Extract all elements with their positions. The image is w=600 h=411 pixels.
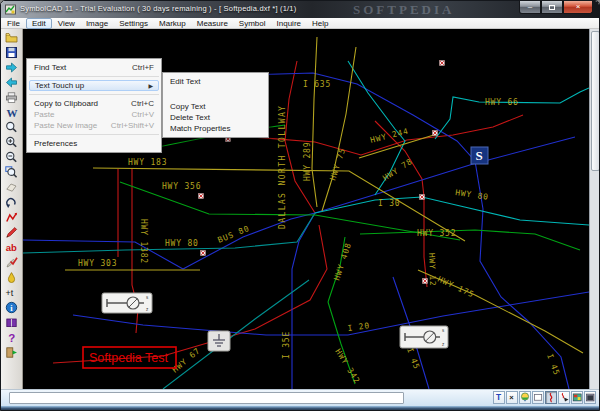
exit-door-button[interactable] <box>3 345 21 360</box>
submenu-spacer <box>163 87 268 101</box>
freehand-select-button[interactable] <box>558 391 570 404</box>
menu-shortcut: Ctrl+C <box>131 99 154 108</box>
zoom-in-button[interactable] <box>3 135 21 150</box>
zoom-button[interactable] <box>3 120 21 135</box>
menu-item-copy-to-clipboard[interactable]: Copy to ClipboardCtrl+C <box>27 98 161 109</box>
menu-item-text-touch-up[interactable]: Text Touch up▶ <box>29 80 159 91</box>
word-export-button[interactable]: W <box>3 105 21 120</box>
title-bar[interactable]: SymbolCAD 11 - Trial Evaluation ( 30 day… <box>1 1 599 18</box>
scrollbar-thumb[interactable] <box>591 31 600 171</box>
print-button[interactable] <box>3 90 21 105</box>
spellcheck-button[interactable] <box>3 255 21 270</box>
menu-settings[interactable]: Settings <box>114 18 153 29</box>
map-label-hwy-183[interactable]: HWY 183 <box>128 158 167 167</box>
window-bottom-frame <box>1 406 600 411</box>
status-input[interactable] <box>9 392 404 404</box>
balloon-button-icon <box>520 391 530 404</box>
text-annotation-button[interactable]: T <box>493 391 505 404</box>
map-label-hwy-303[interactable]: HWY 303 <box>78 259 117 268</box>
map-label-i-35e[interactable]: I 35E <box>282 331 291 359</box>
app-icon <box>5 4 16 15</box>
menu-symbol[interactable]: Symbol <box>234 18 271 29</box>
map-label-i-30[interactable]: I 30 <box>378 199 400 208</box>
delete-annotation-button[interactable]: × <box>506 391 518 404</box>
page-next-icon <box>5 61 18 74</box>
map-label-i-635[interactable]: I 635 <box>303 80 331 89</box>
submenu-arrow-icon: ▶ <box>148 82 153 89</box>
manual-book-icon <box>5 316 18 329</box>
info-button[interactable]: i <box>3 300 21 315</box>
menu-item-paste: PasteCtrl+V <box>27 109 161 120</box>
map-label-hwy-352[interactable]: HWY 352 <box>417 229 456 238</box>
manual-book-button[interactable] <box>3 315 21 330</box>
menu-image[interactable]: Image <box>81 18 113 29</box>
submenu-item-match-properties[interactable]: Match Properties <box>163 123 268 134</box>
redline-route-button[interactable] <box>3 210 21 225</box>
menu-item-preferences[interactable]: Preferences <box>27 138 161 149</box>
vertical-scrollbar[interactable] <box>589 29 600 389</box>
eraser-button[interactable] <box>3 180 21 195</box>
menu-inquire[interactable]: Inquire <box>272 18 306 29</box>
freehand-button[interactable] <box>545 391 557 404</box>
status-toolbar: T× <box>493 391 596 404</box>
left-toolbar: Wab+ti? <box>1 29 23 389</box>
open-folder-icon <box>5 31 18 44</box>
frame-button[interactable] <box>532 391 544 404</box>
menu-item-label: Paste <box>34 110 54 119</box>
map-label-hwy-1382[interactable]: HWY 1382 <box>139 219 148 264</box>
submenu-item-edit-text[interactable]: Edit Text <box>163 76 268 87</box>
map-label-hwy-80[interactable]: HWY 80 <box>165 239 199 248</box>
zoom-out-icon <box>5 151 18 164</box>
maximize-button[interactable] <box>541 1 563 14</box>
menu-markup[interactable]: Markup <box>154 18 191 29</box>
map-label-hwy-356[interactable]: HWY 356 <box>162 182 201 191</box>
menu-edit[interactable]: Edit <box>26 18 52 29</box>
menu-item-label: Preferences <box>34 139 77 148</box>
zoom-window-button[interactable] <box>3 165 21 180</box>
menu-view[interactable]: View <box>53 18 80 29</box>
minimize-button[interactable]: – <box>519 1 541 14</box>
freehand-select-button-icon <box>559 391 569 404</box>
text-size-button[interactable]: +t <box>3 285 21 300</box>
app-window: SymbolCAD 11 - Trial Evaluation ( 30 day… <box>0 0 600 411</box>
map-label-dallas-north-tollway[interactable]: DALLAS NORTH TOLLWAY <box>278 105 287 229</box>
zoom-window-icon <box>5 166 18 179</box>
menu-file[interactable]: File <box>2 18 25 29</box>
close-button[interactable]: × <box>563 1 593 14</box>
redline-pencil-button[interactable] <box>3 225 21 240</box>
save-floppy-button[interactable] <box>3 45 21 60</box>
text-tool-button[interactable]: ab <box>3 240 21 255</box>
page-prev-button[interactable] <box>3 75 21 90</box>
text-annotation-button-icon: T <box>494 391 504 404</box>
text-size-icon: +t <box>5 286 18 299</box>
submenu-item-copy-text[interactable]: Copy Text <box>163 101 268 112</box>
open-folder-button[interactable] <box>3 30 21 45</box>
zoom-out-button[interactable] <box>3 150 21 165</box>
map-label-hwy-66[interactable]: HWY 66 <box>485 98 519 107</box>
undo-button[interactable] <box>3 195 21 210</box>
menu-measure[interactable]: Measure <box>192 18 233 29</box>
menu-item-find-text[interactable]: Find TextCtrl+F <box>27 62 161 73</box>
balloon-button[interactable] <box>519 391 531 404</box>
text-tool-icon: ab <box>5 241 18 254</box>
titlebar-watermark: SOFTPEDIA <box>353 2 454 18</box>
page-next-button[interactable] <box>3 60 21 75</box>
svg-text:T: T <box>496 392 501 402</box>
window-button[interactable] <box>584 391 596 404</box>
map-label-hwy-289[interactable]: HWY 289 <box>303 142 312 181</box>
help-button[interactable]: ? <box>3 330 21 345</box>
zoom-icon <box>5 121 18 134</box>
menu-item-paste-new-image: Paste New ImageCtrl+Shift+V <box>27 120 161 131</box>
submenu-item-delete-text[interactable]: Delete Text <box>163 112 268 123</box>
menu-help[interactable]: Help <box>307 18 333 29</box>
window-controls: – × <box>519 1 593 14</box>
ink-tool-button[interactable] <box>3 270 21 285</box>
menu-shortcut: Ctrl+F <box>132 63 154 72</box>
menu-bar: FileEditViewImageSettingsMarkupMeasureSy… <box>1 18 599 29</box>
svg-text:?: ? <box>8 332 15 344</box>
edit-menu-dropdown: Find TextCtrl+FText Touch up▶Copy to Cli… <box>26 58 162 153</box>
print-icon <box>5 91 18 104</box>
svg-text:W: W <box>7 107 18 119</box>
image-button[interactable] <box>571 391 583 404</box>
window-title: SymbolCAD 11 - Trial Evaluation ( 30 day… <box>20 4 296 13</box>
